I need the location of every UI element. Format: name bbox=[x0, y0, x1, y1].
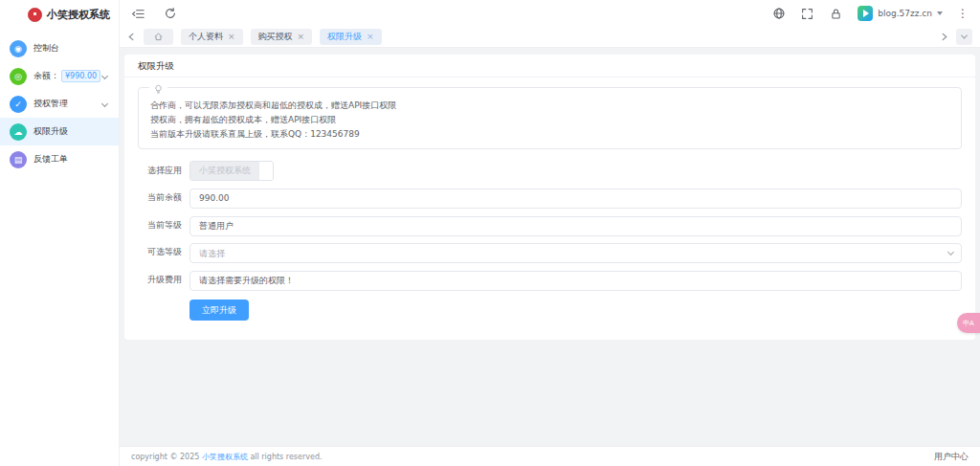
sidebar-item-permission-upgrade[interactable]: ☁ 权限升级 bbox=[0, 118, 119, 145]
username-text: blog.57zz.cn bbox=[878, 9, 932, 18]
refresh-icon[interactable] bbox=[163, 7, 177, 21]
tab-bar: 个人资料 × 购买授权 × 权限升级 × bbox=[120, 27, 980, 48]
sidebar-item-feedback-ticket[interactable]: ▤ 反馈工单 bbox=[0, 145, 119, 173]
tabs-dropdown-button[interactable] bbox=[956, 29, 972, 45]
current-balance-input[interactable] bbox=[189, 189, 962, 209]
language-globe-icon[interactable] bbox=[771, 7, 786, 21]
bulb-icon bbox=[149, 81, 167, 97]
dashboard-icon: ◉ bbox=[10, 40, 27, 57]
tip-line: 授权商，拥有超低的授权成本，赠送API接口权限 bbox=[150, 113, 949, 127]
user-menu[interactable]: blog.57zz.cn bbox=[858, 6, 943, 21]
menu-fold-icon[interactable] bbox=[131, 7, 145, 21]
translate-float-button[interactable]: 中A bbox=[957, 313, 980, 333]
app-root: 小笑授权系统 ◉ 控制台 ◎ 余额： ¥990.00 ✓ 授权管理 ☁ 权限升级 bbox=[0, 0, 980, 466]
copyright-suffix: all rights reserved. bbox=[248, 453, 323, 461]
sidebar: 小笑授权系统 ◉ 控制台 ◎ 余额： ¥990.00 ✓ 授权管理 ☁ 权限升级 bbox=[0, 0, 120, 466]
app-logo: 小笑授权系统 bbox=[0, 0, 119, 29]
tab-profile[interactable]: 个人资料 × bbox=[181, 29, 243, 45]
upgrade-form: 选择应用 小笑授权系统 当前余额 bbox=[138, 155, 962, 321]
form-row-submit: 立即升级 bbox=[138, 300, 962, 321]
permission-upgrade-card: 权限升级 合作商，可以无限添加授权商和超低的授权成，赠送API接口权限 授权商，… bbox=[124, 55, 975, 340]
tip-line: 合作商，可以无限添加授权商和超低的授权成，赠送API接口权限 bbox=[150, 99, 949, 113]
close-icon[interactable]: × bbox=[298, 33, 305, 41]
app-select-value: 小笑授权系统 bbox=[190, 162, 259, 180]
content-area: 权限升级 合作商，可以无限添加授权商和超低的授权成，赠送API接口权限 授权商，… bbox=[120, 48, 980, 446]
field-label: 可选等级 bbox=[138, 246, 182, 258]
main-area: blog.57zz.cn ⋮ 个人资料 × 购买授权 × bbox=[120, 0, 980, 466]
sidebar-item-auth-manage[interactable]: ✓ 授权管理 bbox=[0, 90, 119, 118]
footer: copyright © 2025 小笑授权系统 all rights reser… bbox=[120, 446, 980, 466]
tab-label: 权限升级 bbox=[327, 31, 362, 43]
close-icon[interactable]: × bbox=[228, 33, 235, 41]
upgrade-now-button[interactable]: 立即升级 bbox=[189, 300, 249, 321]
form-row-app: 选择应用 小笑授权系统 bbox=[138, 161, 962, 181]
tip-box: 合作商，可以无限添加授权商和超低的授权成，赠送API接口权限 授权商，拥有超低的… bbox=[138, 87, 962, 149]
chevron-down-icon bbox=[101, 73, 108, 79]
ticket-icon: ▤ bbox=[10, 151, 27, 168]
shield-icon: ✓ bbox=[10, 96, 27, 113]
tab-label: 购买授权 bbox=[258, 31, 293, 43]
form-row-fee: 升级费用 bbox=[138, 269, 962, 291]
field-label: 升级费用 bbox=[138, 274, 182, 286]
target-level-select[interactable] bbox=[189, 243, 962, 263]
balance-badge: ¥990.00 bbox=[61, 70, 100, 82]
tab-label: 个人资料 bbox=[189, 31, 223, 43]
current-level-input[interactable] bbox=[189, 216, 962, 236]
form-row-level: 当前等级 bbox=[138, 214, 962, 236]
close-icon[interactable]: × bbox=[367, 33, 374, 41]
copyright-text: copyright © 2025 小笑授权系统 all rights reser… bbox=[131, 452, 323, 462]
form-row-target-level: 可选等级 bbox=[138, 242, 962, 264]
sidebar-item-dashboard[interactable]: ◉ 控制台 bbox=[0, 34, 119, 62]
caret-down-icon bbox=[937, 11, 943, 15]
user-center-link[interactable]: 用户中心 bbox=[934, 451, 969, 463]
app-select-disabled: 小笑授权系统 bbox=[189, 161, 274, 181]
tip-line: 当前版本升级请联系直属上级，联系QQ：123456789 bbox=[150, 127, 949, 142]
top-toolbar: blog.57zz.cn ⋮ bbox=[120, 0, 980, 27]
field-label: 当前等级 bbox=[138, 219, 182, 232]
more-options-icon[interactable]: ⋮ bbox=[957, 7, 969, 20]
lock-icon[interactable] bbox=[829, 7, 843, 21]
brand-link[interactable]: 小笑授权系统 bbox=[202, 453, 248, 461]
sidebar-item-label: 余额： bbox=[33, 70, 59, 82]
tabs-scroll-right-icon[interactable] bbox=[940, 33, 948, 41]
card-body: 合作商，可以无限添加授权商和超低的授权成，赠送API接口权限 授权商，拥有超低的… bbox=[124, 78, 975, 340]
tab-home[interactable] bbox=[144, 29, 173, 45]
user-avatar bbox=[858, 6, 873, 21]
sidebar-nav: ◉ 控制台 ◎ 余额： ¥990.00 ✓ 授权管理 ☁ 权限升级 ▤ 反馈工单 bbox=[0, 29, 119, 173]
form-row-balance: 当前余额 bbox=[138, 187, 962, 209]
tab-buy-auth[interactable]: 购买授权 × bbox=[251, 29, 313, 45]
copyright-prefix: copyright © 2025 bbox=[131, 453, 202, 461]
sidebar-item-label: 反馈工单 bbox=[33, 153, 68, 166]
upgrade-fee-input[interactable] bbox=[189, 271, 962, 291]
chevron-down-icon bbox=[961, 33, 968, 39]
field-label: 选择应用 bbox=[138, 165, 182, 177]
app-select-blank bbox=[259, 162, 273, 180]
field-label: 当前余额 bbox=[138, 191, 182, 204]
tabs-scroll-left-icon[interactable] bbox=[127, 33, 136, 41]
sidebar-item-balance[interactable]: ◎ 余额： ¥990.00 bbox=[0, 62, 119, 90]
tabbar-right-controls bbox=[940, 29, 972, 45]
card-title: 权限升级 bbox=[124, 55, 975, 78]
sidebar-item-label: 控制台 bbox=[33, 42, 59, 55]
toolbar-right-group: blog.57zz.cn ⋮ bbox=[771, 6, 969, 21]
upgrade-icon: ☁ bbox=[10, 123, 27, 141]
sidebar-item-label: 授权管理 bbox=[33, 98, 68, 110]
tab-permission-upgrade[interactable]: 权限升级 × bbox=[320, 29, 382, 45]
chevron-down-icon bbox=[101, 100, 108, 107]
coin-icon: ◎ bbox=[10, 68, 27, 85]
app-title: 小笑授权系统 bbox=[47, 8, 110, 22]
fullscreen-icon[interactable] bbox=[800, 7, 814, 21]
logo-icon bbox=[28, 8, 42, 22]
sidebar-item-label: 权限升级 bbox=[33, 125, 68, 138]
